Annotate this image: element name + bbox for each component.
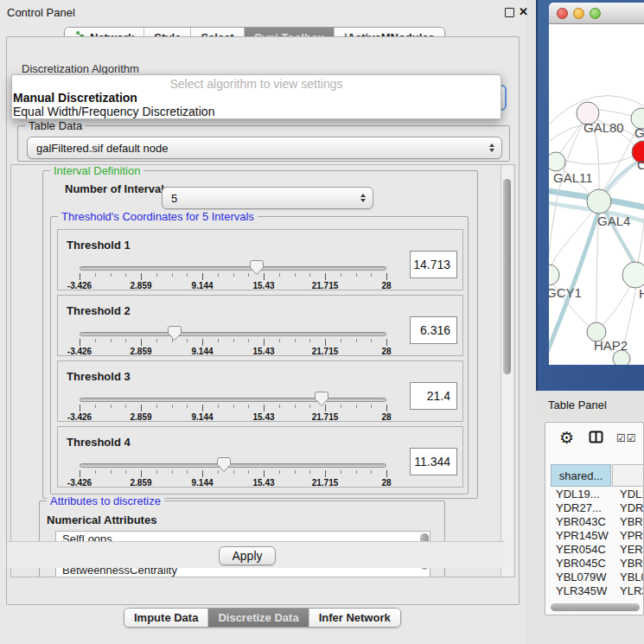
column-checkboxes-icon[interactable]: ☑☑ bbox=[616, 432, 637, 444]
table-cell: YPR145W bbox=[551, 529, 612, 542]
slider-tick bbox=[309, 339, 310, 342]
table-row[interactable]: YIL052CYIL0 bbox=[551, 597, 644, 601]
vertical-scrollbar[interactable] bbox=[501, 165, 513, 577]
scrollbar-thumb[interactable] bbox=[551, 603, 640, 611]
table-row[interactable]: YLR345WYLR3 bbox=[551, 583, 644, 597]
slider-tick bbox=[111, 339, 112, 342]
slider-track[interactable] bbox=[80, 332, 386, 336]
slider-thumb[interactable] bbox=[250, 260, 264, 275]
table-row[interactable]: YPR145WYPR1 bbox=[551, 528, 644, 542]
slider-tick bbox=[233, 273, 234, 277]
node-label: GA bbox=[634, 125, 644, 140]
horizontal-scrollbar[interactable] bbox=[549, 603, 642, 612]
slider-tick bbox=[80, 273, 80, 280]
apply-button[interactable]: Apply bbox=[219, 546, 276, 565]
float-window-icon[interactable] bbox=[505, 8, 514, 17]
slider-tick bbox=[233, 339, 234, 342]
tick-label: 21.715 bbox=[312, 412, 339, 422]
node-label: HA bbox=[639, 286, 644, 301]
slider-tick bbox=[141, 405, 142, 411]
threshold-value-field[interactable] bbox=[410, 251, 457, 278]
slider-thumb[interactable] bbox=[168, 326, 182, 341]
slider-tick bbox=[80, 405, 80, 411]
threshold-slider[interactable]: -3.4262.8599.14415.4321.71528 bbox=[80, 361, 386, 423]
slider-tick bbox=[202, 273, 203, 280]
slider-tick bbox=[141, 470, 142, 477]
slider-tick bbox=[202, 339, 203, 346]
threshold-slider[interactable]: -3.4262.8599.14415.4321.71528 bbox=[80, 296, 386, 357]
tab-label: Impute Data bbox=[134, 611, 198, 624]
slider-tick bbox=[295, 405, 296, 408]
attributes-group-title: Attributes to discretize bbox=[47, 494, 164, 507]
table-data-combo[interactable]: galFiltered.sif default node bbox=[27, 137, 502, 159]
slider-track[interactable] bbox=[80, 463, 386, 468]
column-header-name[interactable]: n bbox=[612, 464, 644, 487]
slider-tick bbox=[371, 470, 372, 474]
tab-infer-network[interactable]: Infer Network bbox=[309, 609, 400, 627]
network-node-ha[interactable] bbox=[622, 262, 644, 288]
threshold-value-field[interactable] bbox=[410, 448, 457, 475]
table-panel-header: Table Panel bbox=[536, 391, 644, 417]
close-icon[interactable]: ✕ bbox=[519, 5, 528, 18]
close-traffic-icon[interactable] bbox=[557, 8, 568, 19]
threshold-slider[interactable]: -3.4262.8599.14415.4321.71528 bbox=[80, 427, 386, 488]
node-label: GCY1 bbox=[549, 285, 582, 300]
tick-label: 9.144 bbox=[191, 347, 213, 356]
slider-thumb[interactable] bbox=[217, 457, 231, 472]
table-cell: YIL0 bbox=[612, 598, 644, 602]
slider-track[interactable] bbox=[80, 266, 386, 271]
table-cell: YIL052C bbox=[551, 598, 612, 602]
slider-tick bbox=[218, 405, 219, 408]
slider-tick bbox=[172, 273, 173, 277]
slider-tick bbox=[309, 405, 310, 408]
slider-track[interactable] bbox=[80, 398, 386, 402]
slider-tick bbox=[141, 339, 142, 346]
table-row[interactable]: YBL079WYBL0 bbox=[551, 570, 644, 583]
slider-thumb[interactable] bbox=[315, 392, 328, 406]
network-node-gal4[interactable] bbox=[587, 189, 611, 214]
slider-tick bbox=[111, 405, 112, 408]
threshold-value-field[interactable] bbox=[410, 382, 457, 410]
slider-tick bbox=[125, 405, 126, 408]
slider-tick bbox=[341, 339, 341, 342]
tab-impute-data[interactable]: Impute Data bbox=[124, 609, 208, 627]
slider-tick bbox=[125, 470, 126, 474]
slider-tick bbox=[356, 273, 357, 277]
network-node-gcy1[interactable] bbox=[549, 265, 559, 285]
slider-tick bbox=[371, 339, 372, 342]
column-header-shared-name[interactable]: shared... bbox=[551, 464, 611, 487]
table-row[interactable]: YDL19...YDL1 bbox=[551, 487, 644, 501]
tab-label: Infer Network bbox=[319, 611, 391, 624]
table-row[interactable]: YBR043CYBR0 bbox=[551, 514, 644, 528]
network-node[interactable] bbox=[613, 350, 630, 365]
network-window-titlebar[interactable] bbox=[549, 3, 644, 24]
tick-label: 21.715 bbox=[312, 478, 339, 488]
table-cell: YLR345W bbox=[551, 584, 612, 597]
slider-tick bbox=[187, 339, 188, 342]
interval-group-title: Interval Definition bbox=[50, 164, 143, 177]
split-columns-icon[interactable] bbox=[589, 430, 603, 443]
threshold-row: Threshold 4-3.4262.8599.14415.4321.71528 bbox=[57, 426, 463, 488]
edge bbox=[552, 212, 592, 265]
number-of-intervals-combo[interactable]: 5 bbox=[162, 187, 373, 209]
popup-option-manual[interactable]: Manual Discretization bbox=[12, 91, 501, 105]
edge bbox=[602, 286, 630, 326]
network-node-gal11[interactable] bbox=[549, 152, 565, 171]
slider-tick bbox=[279, 405, 280, 408]
threshold-value-field[interactable] bbox=[410, 316, 457, 344]
network-canvas[interactable]: GAL80GACGAL11GAL4GCY1HAHAP2 bbox=[549, 24, 644, 365]
table-rows[interactable]: YDL19...YDL1YDR27...YDR2YBR043CYBR0YPR14… bbox=[551, 487, 644, 601]
slider-tick bbox=[95, 405, 96, 408]
zoom-traffic-icon[interactable] bbox=[590, 8, 601, 19]
table-row[interactable]: YER054CYER0 bbox=[551, 542, 644, 556]
table-row[interactable]: YBR045CYBR0 bbox=[551, 556, 644, 570]
tick-label: 9.144 bbox=[191, 412, 213, 422]
gear-icon[interactable]: ⚙ bbox=[559, 428, 574, 448]
tab-discretize-data[interactable]: Discretize Data bbox=[208, 609, 309, 627]
scrollbar-thumb[interactable] bbox=[503, 179, 511, 374]
minimize-traffic-icon[interactable] bbox=[573, 8, 584, 19]
slider-tick bbox=[111, 470, 112, 474]
popup-option-equal-width[interactable]: Equal Width/Frequency Discretization bbox=[12, 105, 501, 118]
table-row[interactable]: YDR27...YDR2 bbox=[551, 501, 644, 514]
threshold-slider[interactable]: -3.4262.8599.14415.4321.71528 bbox=[80, 230, 386, 291]
